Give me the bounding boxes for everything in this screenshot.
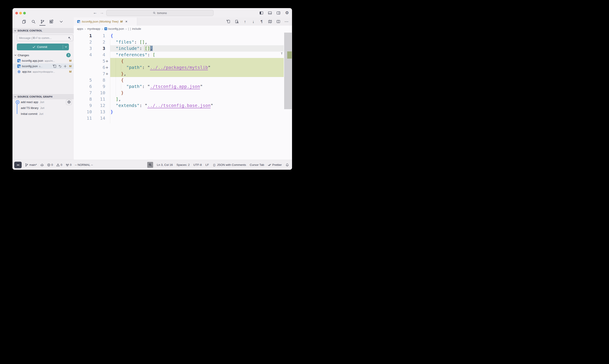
discard-icon[interactable] xyxy=(58,65,62,68)
error-circle-icon xyxy=(47,163,51,167)
commit-message-input[interactable]: Message (⌘⏎ to comm... xyxy=(17,35,73,41)
code-line-1[interactable]: 11{ xyxy=(74,33,292,39)
activity-bar-item-views-more[interactable] xyxy=(59,19,64,24)
tab-tsconfig-working-tree[interactable]: TS tsconfig.json (Working Tree) M × xyxy=(74,17,137,26)
code-line-9[interactable]: 69 "path": "./tsconfig.app.json" xyxy=(74,83,292,90)
errors-item[interactable]: 0 xyxy=(47,163,53,167)
changes-file-list: TStsconfig.app.jsonapps/m...MTStsconfig.… xyxy=(13,58,74,74)
changes-file-row-tsconfig.app.json[interactable]: TStsconfig.app.jsonapps/m...M xyxy=(13,58,74,64)
breadcrumb-item-apps[interactable]: apps xyxy=(77,27,83,30)
commit-button[interactable]: Commit xyxy=(17,43,69,50)
code-line-7[interactable]: 7+ }, xyxy=(74,71,292,77)
encoding-item[interactable]: UTF-8 xyxy=(193,163,202,167)
code-line-10[interactable]: 710 } xyxy=(74,90,292,96)
formatter-item[interactable]: Prettier xyxy=(268,163,282,167)
remote-indicator[interactable]: >< xyxy=(14,162,22,168)
indentation-item[interactable]: Spaces: 2 xyxy=(177,163,190,167)
changes-file-row-tsconfig.json[interactable]: TStsconfig.jsona...M xyxy=(13,64,74,69)
cursor-tab-item[interactable]: Cursor Tab xyxy=(250,163,264,167)
commit-message: Initial commit xyxy=(21,112,38,116)
code-line-6[interactable]: 6+ "path": "../../packages/mytslib" xyxy=(74,64,292,71)
ports-item[interactable]: 0 xyxy=(66,163,72,167)
breadcrumb-item-tsconfig.json[interactable]: TStsconfig.json xyxy=(104,27,124,30)
titlebar: ← → tsmono ⚙ xyxy=(13,8,292,17)
sparkle-icon[interactable] xyxy=(68,36,71,39)
commit-row-add-react-app[interactable]: add react appJuri xyxy=(13,99,74,105)
prev-change-icon[interactable]: ↑ xyxy=(243,20,247,24)
layout-sidebar-right-icon[interactable] xyxy=(276,11,281,15)
modified-line-number: 6 xyxy=(92,64,105,71)
open-changes-icon[interactable] xyxy=(226,20,230,24)
zoom-indicator[interactable] xyxy=(147,162,153,168)
goto-commit-button[interactable] xyxy=(66,99,72,105)
language-item[interactable]: {}JSON with Comments xyxy=(213,163,246,167)
activity-bar-item-explorer[interactable] xyxy=(21,19,27,24)
vim-mode-item[interactable]: -- NORMAL -- xyxy=(75,163,93,167)
diff-editor-content[interactable]: T 11{22 "files": [],33 "include": [],44 … xyxy=(74,32,292,160)
sync-item[interactable] xyxy=(40,163,44,167)
whitespace-icon[interactable]: ¶ xyxy=(260,20,264,24)
commit-author: Juri xyxy=(40,106,44,110)
status-left-group: ><main*000-- NORMAL -- xyxy=(14,162,93,168)
commit-row-add-TS-library[interactable]: add TS libraryJuri xyxy=(13,105,74,111)
activity-bar xyxy=(13,17,74,26)
next-change-icon[interactable]: ↓ xyxy=(251,20,255,24)
changes-section-header[interactable]: Changes 3 xyxy=(13,52,74,58)
code-text: "path": "./tsconfig.app.json" xyxy=(110,83,203,90)
forward-arrow-icon[interactable]: → xyxy=(100,10,104,15)
modified-line-number: 10 xyxy=(92,90,105,96)
warnings-item[interactable]: 0 xyxy=(56,163,62,167)
formatter-item-label: Prettier xyxy=(272,163,282,167)
chevron-down-icon xyxy=(14,54,17,56)
code-line-8[interactable]: 58 { xyxy=(74,77,292,83)
layout-sidebar-left-icon[interactable] xyxy=(259,11,264,15)
code-line-2[interactable]: 22 "files": [], xyxy=(74,39,292,45)
code-line-13[interactable]: 1013} xyxy=(74,109,292,115)
window-minimize-button[interactable] xyxy=(19,12,22,14)
original-line-number: 8 xyxy=(74,96,92,102)
added-line-plus: + xyxy=(105,64,109,71)
window-zoom-button[interactable] xyxy=(23,12,26,14)
layout-panel-icon[interactable] xyxy=(268,11,272,15)
original-line-number: 10 xyxy=(74,109,92,115)
changes-label: Changes xyxy=(18,53,29,57)
activity-bar-item-extensions[interactable] xyxy=(49,19,54,24)
stage-icon[interactable] xyxy=(64,65,67,68)
split-editor-icon[interactable] xyxy=(276,20,280,24)
more-actions-icon[interactable]: ⋯ xyxy=(285,20,288,24)
commit-dropdown-button[interactable] xyxy=(63,46,69,48)
vim-block-cursor: , xyxy=(150,46,153,51)
code-line-14[interactable]: 1114 xyxy=(74,115,292,121)
close-icon[interactable]: × xyxy=(125,20,128,23)
warnings-item-label: 0 xyxy=(61,163,62,167)
modified-line-number: 4 xyxy=(92,52,105,58)
source-control-graph-header[interactable]: SOURCE CONTROL GRAPH xyxy=(13,94,74,99)
notifications-bell[interactable] xyxy=(285,163,289,167)
added-line-highlight xyxy=(110,71,284,77)
eol-item[interactable]: LF xyxy=(205,163,209,167)
window-close-button[interactable] xyxy=(15,12,18,14)
back-arrow-icon[interactable]: ← xyxy=(93,10,97,15)
code-line-5[interactable]: 5+ { xyxy=(74,58,292,64)
source-control-header[interactable]: SOURCE CONTROL xyxy=(13,28,74,33)
map-icon[interactable] xyxy=(268,20,272,24)
activity-bar-item-source-control[interactable] xyxy=(40,19,45,24)
breadcrumb-item-myviteapp[interactable]: myviteapp xyxy=(87,27,100,30)
code-line-4[interactable]: 44 "references": [ xyxy=(74,52,292,58)
breadcrumb-item-include[interactable]: [ ]include xyxy=(128,27,141,30)
code-line-11[interactable]: 811 ], xyxy=(74,96,292,102)
broadcast-tower-icon xyxy=(66,163,69,167)
file-search-icon[interactable] xyxy=(235,20,239,24)
branch-item[interactable]: main* xyxy=(25,163,37,167)
commit-row-Initial-commit[interactable]: Initial commitJuri xyxy=(13,111,74,117)
changes-file-row-app.tsx[interactable]: app.tsxapps/myviteapp/sr...M xyxy=(13,69,74,74)
code-line-12[interactable]: 912 "extends": "../../tsconfig.base.json… xyxy=(74,102,292,109)
go-to-file-icon[interactable] xyxy=(53,65,56,68)
command-center-search[interactable]: tsmono xyxy=(106,10,213,16)
tab-title: tsconfig.json (Working Tree) xyxy=(82,20,118,23)
cursor-position-item[interactable]: Ln 3, Col 16 xyxy=(157,163,173,167)
commit-message-placeholder: Message (⌘⏎ to comm... xyxy=(19,36,66,39)
activity-bar-item-search[interactable] xyxy=(31,19,36,24)
settings-gear-icon[interactable]: ⚙ xyxy=(285,11,289,15)
code-line-3[interactable]: 33 "include": [], xyxy=(74,45,292,52)
